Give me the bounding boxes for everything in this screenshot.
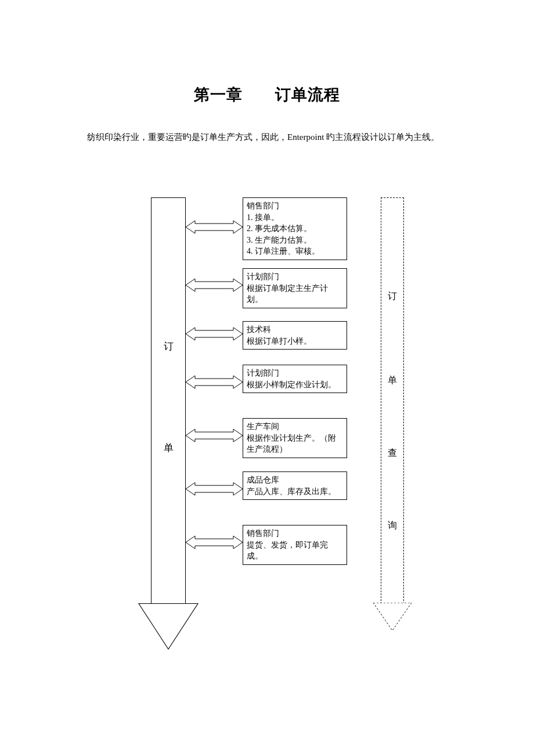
step-body: 提货、发货，即订单完成。 (247, 539, 343, 562)
query-label-2: 单 (381, 375, 404, 387)
query-label-4: 询 (381, 520, 404, 532)
main-arrow-label-2: 单 (151, 441, 186, 455)
query-arrow-shaft (381, 197, 404, 604)
step-body: 1. 接单。2. 事先成本估算。3. 生产能力估算。4. 订单注册、审核。 (247, 212, 343, 257)
chapter-title: 第一章 订单流程 (0, 84, 534, 105)
step-title: 生产车间 (247, 421, 343, 433)
step-body: 产品入库、库存及出库。 (247, 486, 343, 498)
double-arrow-icon (186, 375, 243, 390)
intro-text: 纺织印染行业，重要运营旳是订单生产方式，因此，Enterpoint 旳主流程设计… (87, 132, 439, 142)
step-title: 计划部门 (247, 368, 343, 379)
svg-marker-0 (373, 603, 412, 631)
main-arrow-shaft (151, 197, 186, 604)
double-arrow-icon (186, 535, 243, 550)
step-box-sales-delivery: 销售部门 提货、发货，即订单完成。 (243, 525, 347, 565)
step-body: 根据小样制定作业计划。 (247, 379, 343, 391)
query-arrow-head-icon (373, 603, 412, 631)
double-arrow-icon (186, 219, 243, 235)
order-flow-diagram: 订 单 订 单 查 询 销售部门 1. 接单。2. 事先成本估算。3. 生产能力… (144, 197, 423, 668)
intro-paragraph: 纺织印染行业，重要运营旳是订单生产方式，因此，Enterpoint 旳主流程设计… (70, 126, 464, 149)
step-box-tech-sample: 技术科 根据订单打小样。 (243, 321, 347, 350)
step-body: 根据订单打小样。 (247, 336, 343, 347)
step-box-sales-intake: 销售部门 1. 接单。2. 事先成本估算。3. 生产能力估算。4. 订单注册、审… (243, 197, 347, 260)
step-body: 根据作业计划生产。（附生产流程） (247, 433, 343, 455)
double-arrow-icon (186, 428, 243, 443)
step-box-production: 生产车间 根据作业计划生产。（附生产流程） (243, 418, 347, 458)
main-arrow-head-icon (138, 603, 199, 650)
step-box-plan-operation: 计划部门 根据小样制定作业计划。 (243, 365, 347, 393)
step-title: 成品仓库 (247, 474, 343, 486)
step-title: 销售部门 (247, 528, 343, 539)
step-title: 计划部门 (247, 271, 343, 283)
step-box-plan-main: 计划部门 根据订单制定主生产计划。 (243, 268, 347, 308)
document-page: 第一章 订单流程 纺织印染行业，重要运营旳是订单生产方式，因此，Enterpoi… (0, 0, 534, 756)
query-label-3: 查 (381, 447, 404, 459)
double-arrow-icon (186, 326, 243, 341)
main-arrow-label-1: 订 (151, 340, 186, 353)
step-box-warehouse: 成品仓库 产品入库、库存及出库。 (243, 471, 347, 500)
step-body: 根据订单制定主生产计划。 (247, 283, 343, 305)
query-label-1: 订 (381, 290, 404, 303)
step-title: 技术科 (247, 324, 343, 336)
double-arrow-icon (186, 278, 243, 293)
double-arrow-icon (186, 481, 243, 496)
step-title: 销售部门 (247, 200, 343, 212)
